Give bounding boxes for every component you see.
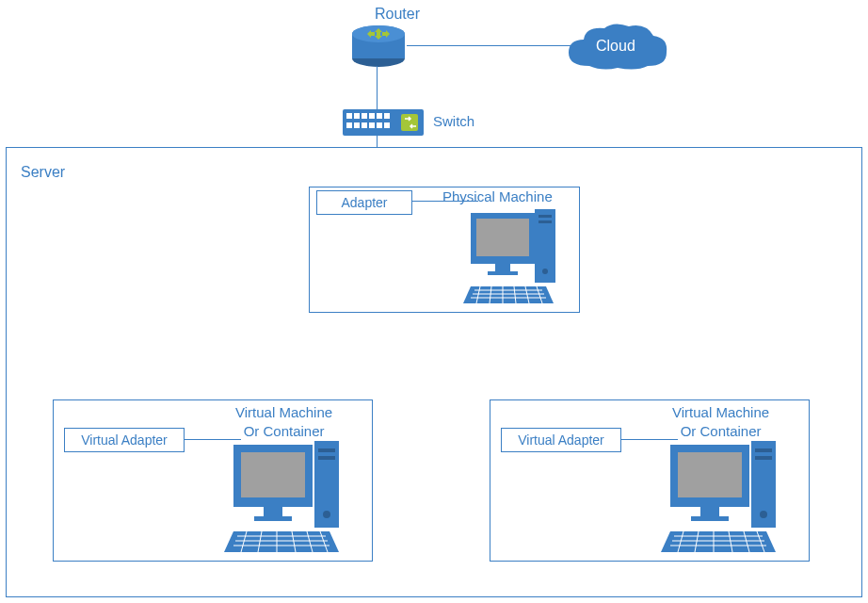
vm-label-1: Virtual Machine Or Container (235, 403, 332, 440)
connector-adapter-computer (412, 201, 478, 202)
svg-rect-15 (369, 122, 375, 128)
switch-label: Switch (433, 113, 474, 129)
vm-label-2-line1: Virtual Machine (672, 404, 769, 420)
vm-label-2: Virtual Machine Or Container (672, 403, 769, 440)
svg-rect-10 (377, 113, 382, 119)
svg-rect-59 (700, 507, 719, 516)
svg-rect-37 (318, 448, 335, 452)
svg-rect-54 (755, 448, 772, 452)
vm-label-1-line1: Virtual Machine (235, 404, 332, 420)
svg-rect-21 (538, 220, 552, 223)
vm-label-2-line2: Or Container (681, 423, 762, 439)
virtual-adapter-box-2: Virtual Adapter (501, 428, 621, 452)
virtual-adapter-box-1: Virtual Adapter (64, 428, 185, 452)
svg-rect-18 (401, 114, 418, 131)
svg-rect-55 (755, 456, 772, 460)
svg-rect-20 (538, 215, 552, 218)
svg-rect-16 (377, 122, 382, 128)
diagram-canvas: Router Cloud (0, 0, 868, 603)
svg-rect-11 (384, 113, 390, 119)
svg-rect-38 (318, 456, 335, 460)
switch-icon (343, 109, 424, 136)
svg-point-22 (542, 269, 548, 274)
cloud-label: Cloud (596, 38, 635, 55)
computer-icon-vm2 (661, 437, 787, 556)
physical-machine-label: Physical Machine (442, 188, 553, 204)
adapter-box: Adapter (316, 190, 412, 215)
svg-rect-43 (254, 516, 292, 521)
connector-router-cloud (407, 45, 580, 46)
svg-rect-17 (384, 122, 390, 128)
svg-point-39 (323, 511, 330, 518)
svg-rect-13 (354, 122, 360, 128)
computer-icon-vm1 (224, 437, 350, 556)
svg-rect-7 (354, 113, 360, 119)
svg-rect-26 (488, 271, 518, 275)
computer-icon-physical (461, 205, 565, 309)
server-label: Server (21, 164, 65, 181)
router-icon (350, 24, 407, 68)
svg-rect-25 (495, 264, 510, 271)
svg-rect-8 (362, 113, 367, 119)
svg-rect-58 (678, 452, 742, 497)
svg-rect-41 (241, 452, 305, 497)
svg-point-56 (760, 511, 767, 518)
svg-rect-12 (346, 122, 352, 128)
svg-rect-24 (476, 219, 529, 256)
svg-rect-42 (264, 507, 282, 516)
svg-rect-9 (369, 113, 375, 119)
vm-label-1-line2: Or Container (244, 423, 325, 439)
svg-rect-3 (352, 41, 405, 58)
connector-router-switch (377, 66, 378, 109)
svg-rect-60 (691, 516, 729, 521)
svg-rect-14 (362, 122, 367, 128)
router-label: Router (375, 6, 420, 23)
svg-rect-6 (346, 113, 352, 119)
